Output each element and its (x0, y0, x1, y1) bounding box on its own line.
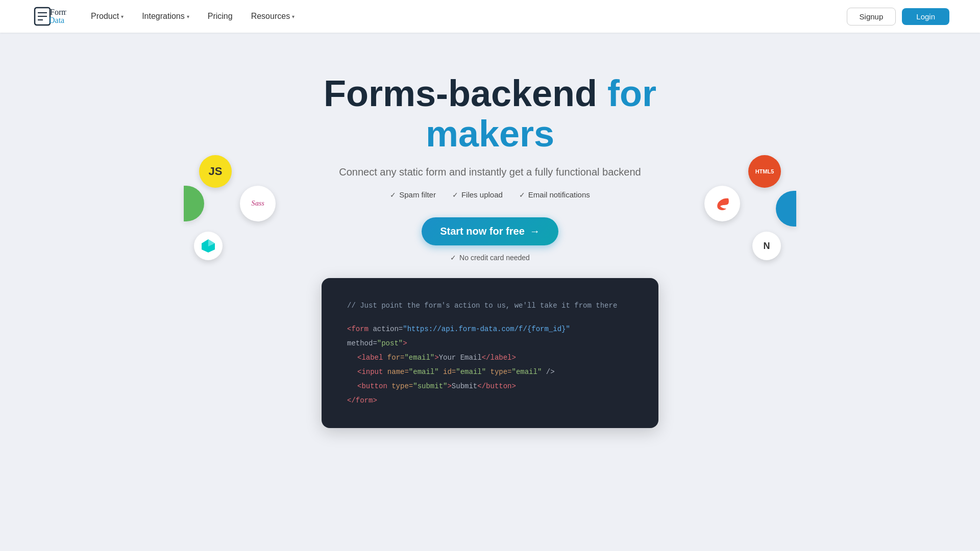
navbar: Form Data Product ▾ Integrations ▾ Prici… (0, 0, 980, 33)
chevron-down-icon: ▾ (121, 14, 124, 19)
nav-integrations[interactable]: Integrations ▾ (134, 8, 198, 25)
nav-actions: Signup Login (847, 8, 949, 26)
code-line-5: </form> (347, 393, 633, 408)
brand-logo[interactable]: Form Data (31, 4, 66, 29)
teal-icon (194, 232, 223, 260)
check-icon: ✓ (390, 191, 396, 199)
check-icon: ✓ (519, 191, 525, 199)
hero-subheading: Connect any static form and instantly ge… (184, 166, 796, 178)
hero-headline: Forms-backend formakers (286, 73, 694, 154)
arrow-icon: → (530, 226, 540, 237)
cta-button[interactable]: Start now for free → (422, 217, 558, 245)
swift-icon (704, 186, 740, 221)
nav-pricing[interactable]: Pricing (200, 8, 241, 25)
code-block: // Just point the form's action to us, w… (322, 278, 658, 428)
code-line-4: <button type="submit">Submit</button> (347, 379, 633, 393)
html5-icon: HTML5 (748, 155, 781, 188)
login-button[interactable]: Login (902, 8, 949, 25)
next-icon: N (752, 232, 781, 260)
code-line-1: <form action="https://api.form-data.com/… (347, 322, 633, 350)
svg-text:Form: Form (50, 8, 66, 16)
svg-text:Data: Data (49, 16, 64, 24)
signup-button[interactable]: Signup (847, 8, 896, 26)
nav-product[interactable]: Product ▾ (83, 8, 132, 25)
sass-icon: Sass (240, 186, 276, 221)
nav-links: Product ▾ Integrations ▾ Pricing Resourc… (83, 8, 847, 25)
js-icon: JS (199, 155, 232, 188)
headline-part1: Forms-backend for (324, 73, 656, 114)
feature-files: ✓ Files upload (452, 190, 503, 199)
feature-email: ✓ Email notifications (519, 190, 590, 199)
feature-spam: ✓ Spam filter (390, 190, 436, 199)
hero-section: JS Sass HTML5 N Forms-backend formakers … (0, 33, 980, 448)
nav-resources[interactable]: Resources ▾ (243, 8, 303, 25)
chevron-down-icon: ▾ (187, 14, 189, 19)
no-credit-card-notice: ✓ No credit card needed (184, 254, 796, 262)
code-comment: // Just point the form's action to us, w… (347, 298, 633, 313)
hero-features-list: ✓ Spam filter ✓ Files upload ✓ Email not… (184, 190, 796, 199)
code-line-2: <label for="email">Your Email</label> (347, 350, 633, 365)
chevron-down-icon: ▾ (292, 14, 295, 19)
check-icon: ✓ (450, 254, 456, 262)
logo-svg: Form Data (31, 4, 66, 29)
check-icon: ✓ (452, 191, 458, 199)
code-line-3: <input name="email" id="email" type="ema… (347, 365, 633, 379)
